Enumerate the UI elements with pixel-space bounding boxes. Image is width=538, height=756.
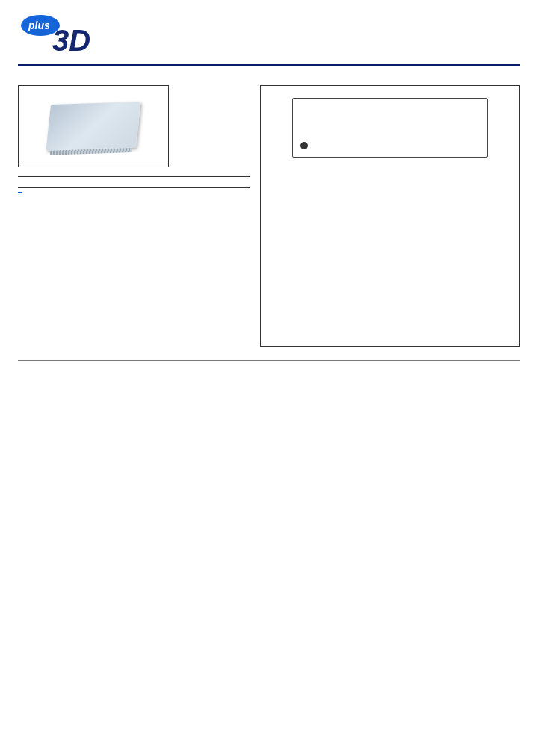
functional-block-diagram [289,179,491,337]
svg-text:plus: plus [28,19,50,31]
product-image [18,85,169,167]
pin1-indicator-icon [300,142,308,149]
page-footer [18,360,520,364]
header-rule [18,64,520,66]
company-logo: plus 3D [18,13,123,58]
general-heading [18,185,250,188]
svg-text:3D: 3D [52,24,90,57]
sop-package-drawing [292,98,488,158]
features-heading [18,175,250,177]
